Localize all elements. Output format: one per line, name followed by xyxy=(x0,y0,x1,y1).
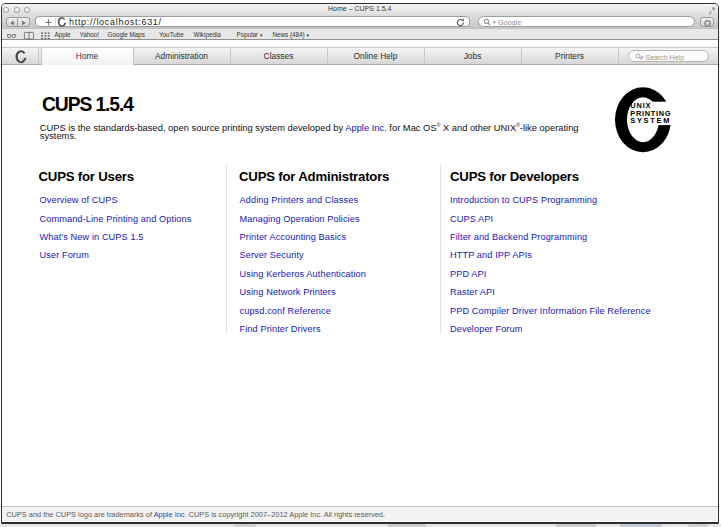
svg-text:SYSTEM: SYSTEM xyxy=(630,116,669,125)
